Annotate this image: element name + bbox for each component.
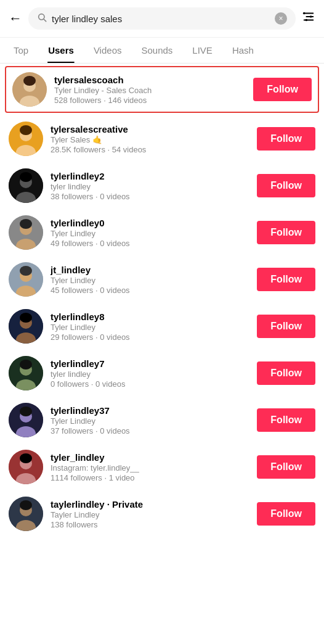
display-name: Tyler Lindley - Sales Coach: [54, 86, 246, 95]
svg-point-15: [20, 125, 32, 135]
avatar: [9, 450, 43, 484]
display-name: tyler lindley: [51, 182, 249, 191]
follow-button[interactable]: Follow: [257, 455, 315, 479]
search-query-text: tyler lindley sales: [52, 14, 270, 24]
user-stats: 1114 followers · 1 video: [51, 473, 249, 482]
user-info: tylerlindley0Tyler Lindley49 followers ·…: [51, 218, 249, 248]
follow-button[interactable]: Follow: [257, 408, 315, 432]
svg-point-31: [20, 313, 32, 323]
username: tylerlindley37: [51, 405, 249, 416]
tab-top[interactable]: Top: [4, 38, 38, 63]
follow-button[interactable]: Follow: [257, 174, 315, 197]
username: tylersalescreative: [51, 124, 249, 134]
search-bar: tyler lindley sales ×: [28, 7, 296, 30]
svg-point-11: [23, 76, 36, 86]
display-name: Tyler Lindley: [51, 229, 249, 238]
display-name: Tayler Lindley: [51, 510, 249, 519]
svg-point-39: [20, 407, 32, 416]
user-stats: 528 followers · 146 videos: [54, 96, 246, 105]
user-stats: 45 followers · 0 videos: [51, 286, 249, 295]
username: tylerlindley2: [51, 171, 249, 181]
tab-users[interactable]: Users: [38, 38, 84, 63]
tab-sounds[interactable]: Sounds: [131, 38, 182, 63]
follow-button[interactable]: Follow: [257, 502, 315, 526]
user-item[interactable]: tylerlindley37Tyler Lindley37 followers …: [0, 397, 324, 444]
follow-button[interactable]: Follow: [257, 361, 315, 385]
svg-point-47: [20, 500, 32, 510]
svg-point-35: [20, 360, 32, 369]
username: taylerlindley · Private: [51, 499, 249, 510]
user-info: tylerlindley7tyler lindley0 followers · …: [51, 358, 249, 389]
user-item[interactable]: tylerlindley8Tyler Lindley29 followers ·…: [0, 303, 324, 350]
avatar: [9, 497, 43, 531]
user-item[interactable]: taylerlindley · PrivateTayler Lindley138…: [0, 490, 324, 537]
user-stats: 28.5K followers · 54 videos: [51, 145, 249, 154]
user-stats: 0 followers · 0 videos: [51, 379, 249, 389]
follow-button[interactable]: Follow: [257, 127, 315, 151]
user-info: tyler_lindleyInstagram: tyler.lindley__1…: [51, 452, 249, 482]
user-item[interactable]: tylersalescreativeTyler Sales 🤙28.5K fol…: [0, 115, 324, 162]
svg-point-7: [306, 19, 308, 22]
follow-button[interactable]: Follow: [257, 268, 315, 291]
user-info: jt_lindleyTyler Lindley45 followers · 0 …: [51, 265, 249, 295]
avatar: [9, 168, 43, 203]
username: jt_lindley: [51, 265, 249, 275]
svg-point-27: [20, 266, 32, 276]
avatar: [9, 356, 43, 390]
user-item[interactable]: tyler_lindleyInstagram: tyler.lindley__1…: [0, 444, 324, 490]
avatar: [12, 72, 47, 107]
follow-button[interactable]: Follow: [257, 221, 315, 244]
display-name: Tyler Sales 🤙: [51, 135, 249, 144]
user-info: tylersalescoachTyler Lindley - Sales Coa…: [54, 75, 246, 105]
display-name: Tyler Lindley: [51, 323, 249, 332]
user-stats: 29 followers · 0 videos: [51, 332, 249, 342]
user-stats: 37 followers · 0 videos: [51, 426, 249, 436]
user-item[interactable]: jt_lindleyTyler Lindley45 followers · 0 …: [0, 256, 324, 303]
user-info: tylersalescreativeTyler Sales 🤙28.5K fol…: [51, 124, 249, 154]
search-icon: [37, 12, 47, 25]
tab-hashtags[interactable]: Hash: [222, 38, 264, 63]
avatar: [9, 122, 43, 156]
user-stats: 49 followers · 0 videos: [51, 239, 249, 248]
tabs-bar: Top Users Videos Sounds LIVE Hash: [0, 38, 324, 64]
user-list: tylersalescoachTyler Lindley - Sales Coa…: [0, 66, 324, 537]
svg-point-6: [310, 15, 312, 18]
user-info: tylerlindley37Tyler Lindley37 followers …: [51, 405, 249, 436]
display-name: Instagram: tyler.lindley__: [51, 463, 249, 473]
username: tylerlindley8: [51, 312, 249, 322]
user-item[interactable]: tylerlindley0Tyler Lindley49 followers ·…: [0, 209, 324, 256]
avatar: [9, 403, 43, 437]
user-info: taylerlindley · PrivateTayler Lindley138…: [51, 499, 249, 529]
display-name: Tyler Lindley: [51, 276, 249, 285]
svg-point-43: [20, 453, 32, 463]
display-name: Tyler Lindley: [51, 416, 249, 426]
clear-search-button[interactable]: ×: [275, 12, 287, 25]
username: tylersalescoach: [54, 75, 246, 85]
svg-line-1: [44, 19, 46, 22]
user-stats: 38 followers · 0 videos: [51, 192, 249, 201]
svg-point-23: [20, 219, 32, 229]
user-item[interactable]: tylerlindley2tyler lindley38 followers ·…: [0, 162, 324, 209]
user-item[interactable]: tylersalescoachTyler Lindley - Sales Coa…: [5, 66, 319, 113]
user-stats: 138 followers: [51, 520, 249, 529]
username: tyler_lindley: [51, 452, 249, 463]
back-button[interactable]: ←: [9, 10, 22, 27]
user-info: tylerlindley2tyler lindley38 followers ·…: [51, 171, 249, 201]
avatar: [9, 215, 43, 250]
tab-live[interactable]: LIVE: [182, 38, 222, 63]
svg-point-5: [303, 12, 306, 15]
tab-videos[interactable]: Videos: [84, 38, 132, 63]
follow-button[interactable]: Follow: [253, 78, 312, 101]
filter-button[interactable]: [302, 10, 315, 27]
username: tylerlindley7: [51, 358, 249, 369]
avatar: [9, 262, 43, 297]
avatar: [9, 309, 43, 344]
username: tylerlindley0: [51, 218, 249, 228]
user-item[interactable]: tylerlindley7tyler lindley0 followers · …: [0, 350, 324, 397]
user-info: tylerlindley8Tyler Lindley29 followers ·…: [51, 312, 249, 342]
svg-point-19: [20, 172, 32, 182]
follow-button[interactable]: Follow: [257, 315, 315, 338]
header: ← tyler lindley sales ×: [0, 0, 324, 38]
display-name: tyler lindley: [51, 369, 249, 379]
